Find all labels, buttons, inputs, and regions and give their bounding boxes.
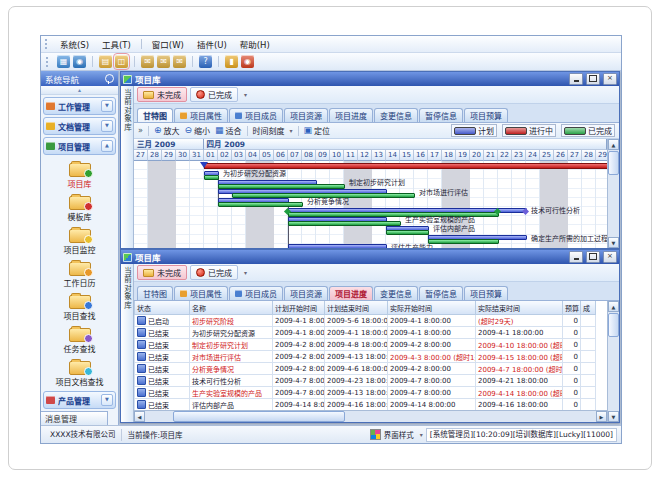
table-row[interactable]: 已结束评估内部产品2009-4-14 8:00:002009-4-16 18:0… bbox=[135, 399, 596, 411]
gantt-bar-done[interactable] bbox=[386, 230, 429, 235]
scroll-up-button[interactable]: ▲ bbox=[608, 301, 619, 312]
maximize-button[interactable] bbox=[586, 251, 600, 263]
fit-button[interactable]: ▦适合 bbox=[215, 125, 242, 136]
close-button[interactable]: × bbox=[603, 251, 617, 263]
sidebar-section-3[interactable]: 产品管理▼ bbox=[43, 391, 116, 409]
section-toggle-button[interactable]: ▼ bbox=[101, 394, 113, 406]
zoom-out-button[interactable]: ⊖缩小 bbox=[184, 125, 210, 136]
gantt-bar-summary[interactable] bbox=[204, 163, 607, 169]
filter-complete-button[interactable]: 已完成 bbox=[190, 87, 238, 102]
column-header-0[interactable]: 状态 bbox=[135, 301, 190, 315]
pin-icon[interactable] bbox=[105, 74, 114, 83]
section-toggle-button[interactable]: ▲ bbox=[101, 140, 113, 152]
table-row[interactable]: 已结束技术可行性分析2009-4-7 8:00:002009-4-23 18:0… bbox=[135, 375, 596, 387]
tab-2[interactable]: 项目成员 bbox=[229, 286, 283, 300]
mail-manage-icon[interactable]: ✉ bbox=[173, 55, 186, 68]
globe-icon[interactable]: ◉ bbox=[73, 55, 86, 68]
current-object-vertical-tab[interactable]: 当前对象库 bbox=[121, 86, 134, 248]
tab-5[interactable]: 变更信息 bbox=[374, 108, 418, 122]
tab-2[interactable]: 项目成员 bbox=[229, 108, 283, 122]
table-row[interactable]: 已结束分析竞争情况2009-4-2 8:00:002009-4-6 18:00:… bbox=[135, 363, 596, 375]
sidebar-item-2-4[interactable]: 项目查找 bbox=[43, 290, 116, 322]
save-folder-icon[interactable]: ◫ bbox=[115, 55, 128, 68]
menu-item-4[interactable]: 插件(U) bbox=[191, 37, 233, 51]
maximize-button[interactable] bbox=[586, 73, 600, 85]
section-toggle-button[interactable]: ▼ bbox=[101, 120, 113, 132]
tab-0[interactable]: 甘特图 bbox=[137, 286, 173, 300]
help-icon[interactable]: ? bbox=[199, 55, 212, 68]
sidebar-item-2-3[interactable]: 工作日历 bbox=[43, 257, 116, 289]
sidebar-collapse-strip[interactable]: ▴ bbox=[41, 86, 118, 95]
sidebar-item-2-6[interactable]: 项目文档查找 bbox=[43, 356, 116, 388]
gantt-window-titlebar[interactable]: 项目库 × bbox=[121, 72, 619, 86]
tab-4[interactable]: 项目进度 bbox=[329, 108, 373, 122]
exit-icon[interactable]: ◉ bbox=[241, 55, 254, 68]
table-window-titlebar[interactable]: 项目库 × bbox=[121, 250, 619, 264]
scroll-thumb[interactable] bbox=[608, 313, 619, 337]
column-header-2[interactable]: 计划开始时间 bbox=[273, 301, 325, 315]
column-header-7[interactable]: 成 bbox=[581, 301, 596, 315]
menu-item-0[interactable]: 系统(S) bbox=[54, 37, 95, 51]
minimize-button[interactable] bbox=[569, 251, 583, 263]
sidebar-item-2-5[interactable]: 任务查找 bbox=[43, 323, 116, 355]
column-header-4[interactable]: 实际开始时间 bbox=[388, 301, 476, 315]
sidebar-section-2[interactable]: 项目管理▲ bbox=[43, 137, 116, 155]
column-header-5[interactable]: 实际结束时间 bbox=[476, 301, 563, 315]
table-row[interactable]: 已结束制定初步研究计划2009-4-2 8:00:002009-4-8 18:0… bbox=[135, 339, 596, 351]
table-row[interactable]: 已结束生产实验室规模的产品2009-4-7 8:00:002009-4-13 1… bbox=[135, 387, 596, 399]
mail-new-icon[interactable]: ✉ bbox=[141, 55, 154, 68]
tab-6[interactable]: 暂停信息 bbox=[419, 108, 463, 122]
scroll-thumb[interactable] bbox=[608, 151, 619, 175]
gantt-bar-done[interactable] bbox=[288, 221, 401, 226]
filter-incomplete-button[interactable]: 未完成 bbox=[137, 87, 187, 102]
interface-style-button[interactable]: 界面样式 bbox=[384, 429, 414, 440]
sidebar-item-2-1[interactable]: 模板库 bbox=[43, 191, 116, 223]
tab-6[interactable]: 暂停信息 bbox=[419, 286, 463, 300]
mail-receive-icon[interactable]: ✉ bbox=[157, 55, 170, 68]
tab-3[interactable]: 项目资源 bbox=[284, 108, 328, 122]
scroll-right-button[interactable]: ▶ bbox=[596, 411, 607, 422]
sidebar-item-2-2[interactable]: 项目监控 bbox=[43, 224, 116, 256]
gantt-bar-done[interactable] bbox=[428, 239, 499, 244]
current-object-vertical-tab[interactable]: 当前对象库 bbox=[121, 264, 134, 422]
scroll-up-button[interactable]: ▲ bbox=[608, 139, 619, 150]
gantt-vertical-scrollbar[interactable]: ▲ ▼ bbox=[607, 139, 619, 248]
scroll-down-button[interactable]: ▼ bbox=[608, 237, 619, 248]
locate-button[interactable]: ▣定位 bbox=[304, 125, 331, 136]
table-vertical-scrollbar[interactable]: ▲ ▼ bbox=[607, 301, 619, 422]
tab-3[interactable]: 项目资源 bbox=[284, 286, 328, 300]
table-row[interactable]: 已启动初步研究阶段2009-4-1 8:00:002009-5-6 18:00:… bbox=[135, 315, 596, 327]
lock-icon[interactable]: ▮ bbox=[225, 55, 238, 68]
tab-7[interactable]: 项目预算 bbox=[464, 108, 508, 122]
tab-1[interactable]: 项目属性 bbox=[174, 286, 228, 300]
sidebar-item-2-0[interactable]: 项目库 bbox=[43, 158, 116, 190]
timescale-button[interactable]: 时间刻度▾ bbox=[253, 125, 293, 136]
tab-message-management[interactable]: 消息管理 bbox=[41, 411, 108, 425]
open-folder-icon[interactable]: ▤ bbox=[99, 55, 112, 68]
table-row[interactable]: 已结束为初步研究分配资源2009-4-1 8:00:002009-4-1 18:… bbox=[135, 327, 596, 339]
workspace-icon[interactable]: ▦ bbox=[57, 55, 70, 68]
scroll-down-button[interactable]: ▼ bbox=[608, 411, 619, 422]
minimize-button[interactable] bbox=[569, 73, 583, 85]
toolbar-overflow-button[interactable]: » bbox=[138, 126, 143, 135]
column-header-6[interactable]: 预算 bbox=[563, 301, 581, 315]
tab-7[interactable]: 项目预算 bbox=[464, 286, 508, 300]
sidebar-section-1[interactable]: 文档管理▼ bbox=[43, 117, 116, 135]
close-button[interactable]: × bbox=[603, 73, 617, 85]
filter-incomplete-button[interactable]: 未完成 bbox=[137, 265, 187, 280]
zoom-in-button[interactable]: ⊕放大 bbox=[154, 125, 180, 136]
tab-1[interactable]: 项目属性 bbox=[174, 108, 228, 122]
menu-item-5[interactable]: 帮助(H) bbox=[234, 37, 276, 51]
gantt-bar-done[interactable] bbox=[218, 202, 303, 207]
chevron-down-icon[interactable]: ▾ bbox=[244, 91, 247, 98]
filter-complete-button[interactable]: 已完成 bbox=[190, 265, 238, 280]
chevron-down-icon[interactable]: ▾ bbox=[420, 431, 423, 438]
column-header-3[interactable]: 计划结束时间 bbox=[325, 301, 388, 315]
tab-4[interactable]: 项目进度 bbox=[329, 286, 373, 300]
table-horizontal-scrollbar[interactable]: ◀ ▶ bbox=[134, 410, 607, 422]
menu-item-3[interactable]: 窗口(W) bbox=[146, 37, 190, 51]
chevron-down-icon[interactable]: ▾ bbox=[244, 269, 247, 276]
tab-5[interactable]: 变更信息 bbox=[374, 286, 418, 300]
gantt-bar-done[interactable] bbox=[204, 175, 219, 180]
section-toggle-button[interactable]: ▼ bbox=[101, 100, 113, 112]
